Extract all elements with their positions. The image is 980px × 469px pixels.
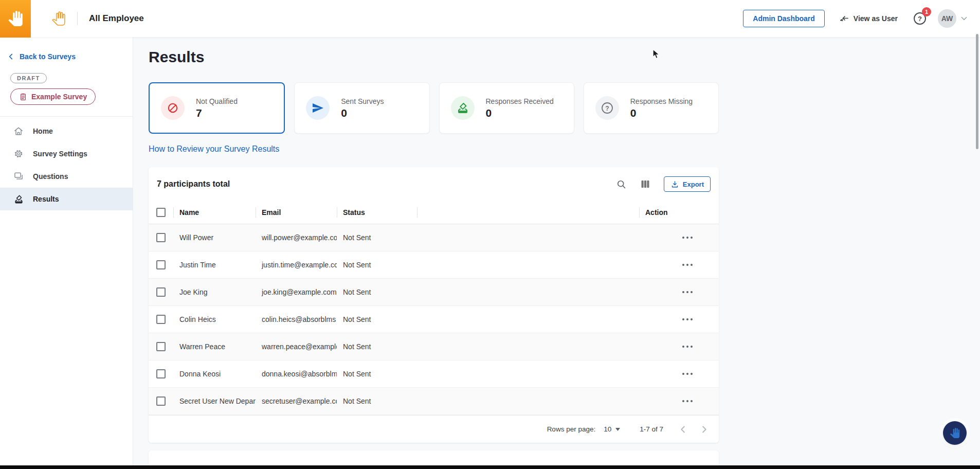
participants-total-label: 7 participants total	[157, 179, 230, 189]
sidebar-divider	[0, 116, 133, 117]
stat-card-responses-missing[interactable]: ? Responses Missing 0	[584, 82, 719, 134]
participant-email: justin.time@example.cc	[256, 261, 337, 269]
table-row: Warren Peace warren.peace@example Not Se…	[149, 333, 719, 360]
row-actions-button[interactable]	[679, 261, 696, 269]
participant-email: will.power@example.co	[256, 233, 337, 242]
table-row: Will Power will.power@example.co Not Sen…	[149, 224, 719, 251]
stat-label: Responses Missing	[630, 97, 693, 105]
sidebar-item-home[interactable]: Home	[0, 120, 133, 142]
page-title: Results	[149, 48, 980, 66]
app-logo[interactable]	[0, 0, 31, 38]
participant-email: secretuser@example.cc	[256, 397, 337, 405]
column-header-status[interactable]: Status	[337, 201, 417, 224]
sidebar-item-label: Results	[33, 195, 59, 203]
view-as-user-button[interactable]: View as User	[839, 13, 898, 24]
row-actions-button[interactable]	[679, 370, 696, 378]
svg-text:?: ?	[605, 105, 609, 112]
help-button[interactable]: ? 1	[913, 12, 927, 25]
stat-card-sent-surveys[interactable]: Sent Surveys 0	[294, 82, 429, 134]
chevron-down-icon[interactable]	[959, 14, 969, 23]
rows-per-page-label: Rows per page:	[547, 425, 596, 433]
row-checkbox[interactable]	[156, 260, 166, 269]
row-checkbox[interactable]	[156, 396, 166, 406]
table-toolbar: 7 participants total	[149, 167, 719, 201]
app-header: All Employee Admin Dashboard View as Use…	[0, 0, 980, 37]
next-section-card	[149, 450, 719, 465]
row-checkbox[interactable]	[156, 342, 166, 351]
more-dots-icon	[682, 400, 693, 402]
stat-value: 7	[196, 107, 238, 119]
participants-table-card: 7 participants total	[149, 167, 719, 443]
stat-card-not-qualified[interactable]: Not Qualified 7	[149, 82, 285, 134]
stat-cards: Not Qualified 7 Sent Surveys 0 Respons	[149, 82, 719, 134]
stat-label: Sent Surveys	[341, 97, 384, 105]
draft-status-badge: DRAFT	[10, 73, 47, 83]
row-actions-button[interactable]	[679, 315, 696, 323]
row-checkbox[interactable]	[156, 233, 166, 242]
row-checkbox[interactable]	[156, 287, 166, 297]
floating-hand-button[interactable]	[943, 421, 967, 445]
participant-email: joe.king@example.com	[256, 288, 337, 296]
admin-dashboard-button[interactable]: Admin Dashboard	[743, 10, 825, 27]
app-root: All Employee Admin Dashboard View as Use…	[0, 0, 980, 469]
more-dots-icon	[682, 237, 693, 239]
hand-fab-icon	[950, 428, 960, 438]
pagination-range-label: 1-7 of 7	[640, 425, 663, 433]
row-checkbox[interactable]	[156, 369, 166, 378]
participant-name: Warren Peace	[173, 342, 256, 351]
row-actions-button[interactable]	[679, 397, 696, 405]
ballot-check-icon	[451, 96, 475, 120]
more-dots-icon	[682, 264, 693, 266]
hand-icon[interactable]	[51, 11, 66, 26]
row-checkbox[interactable]	[156, 315, 166, 324]
row-actions-button[interactable]	[679, 288, 696, 296]
table-row: Joe King joe.king@example.com Not Sent	[149, 279, 719, 306]
stat-value: 0	[341, 107, 384, 119]
dropdown-arrow-icon	[615, 428, 620, 431]
select-all-checkbox[interactable]	[156, 208, 166, 217]
column-header-email[interactable]: Email	[256, 201, 337, 224]
participant-status: Not Sent	[337, 342, 417, 351]
home-icon	[13, 126, 24, 136]
stat-value: 0	[630, 107, 693, 119]
help-review-link[interactable]: How to Review your Survey Results	[149, 145, 279, 154]
svg-text:?: ?	[918, 15, 922, 23]
sidebar-item-label: Survey Settings	[33, 150, 87, 158]
survey-name-label: Example Survey	[31, 93, 87, 101]
next-page-button[interactable]	[697, 423, 711, 436]
main-content: Results Not Qualified 7 Sent Surve	[133, 37, 980, 465]
row-actions-button[interactable]	[679, 342, 696, 351]
column-header-name[interactable]: Name	[173, 201, 256, 224]
sidebar-item-label: Questions	[33, 172, 68, 181]
more-dots-icon	[682, 318, 693, 320]
gear-icon	[13, 149, 24, 159]
rows-per-page-value: 10	[604, 425, 611, 433]
search-button[interactable]	[614, 177, 629, 192]
vertical-scrollbar[interactable]	[976, 34, 978, 149]
participant-status: Not Sent	[337, 261, 417, 269]
avatar[interactable]: AW	[938, 9, 956, 28]
column-settings-button[interactable]	[638, 177, 652, 191]
sidebar-item-survey-settings[interactable]: Survey Settings	[0, 142, 133, 165]
export-label: Export	[683, 181, 704, 188]
sidebar-item-results[interactable]: Results	[0, 188, 133, 210]
row-actions-button[interactable]	[679, 233, 696, 242]
survey-name-pill[interactable]: Example Survey	[10, 88, 96, 105]
sidebar-item-label: Home	[33, 127, 53, 135]
stat-value: 0	[486, 107, 554, 119]
stat-card-responses-received[interactable]: Responses Received 0	[439, 82, 574, 134]
participant-status: Not Sent	[337, 315, 417, 323]
table-row: Secret User New Depart secretuser@exampl…	[149, 388, 719, 415]
sidebar-item-questions[interactable]: Questions	[0, 165, 133, 188]
table-body: Will Power will.power@example.co Not Sen…	[149, 224, 719, 415]
notification-badge: 1	[922, 7, 931, 16]
back-to-surveys-link[interactable]: Back to Surveys	[7, 52, 133, 61]
export-button[interactable]: Export	[664, 176, 711, 192]
previous-page-button[interactable]	[677, 423, 690, 436]
participant-status: Not Sent	[337, 397, 417, 405]
header-checkbox-cell	[149, 201, 173, 224]
participant-email: donna.keosi@absorblm	[256, 370, 337, 378]
ballot-icon	[13, 194, 24, 204]
rows-per-page-select[interactable]: 10	[604, 425, 620, 433]
table-row: Colin Heics colin.heics@absorblms Not Se…	[149, 306, 719, 333]
